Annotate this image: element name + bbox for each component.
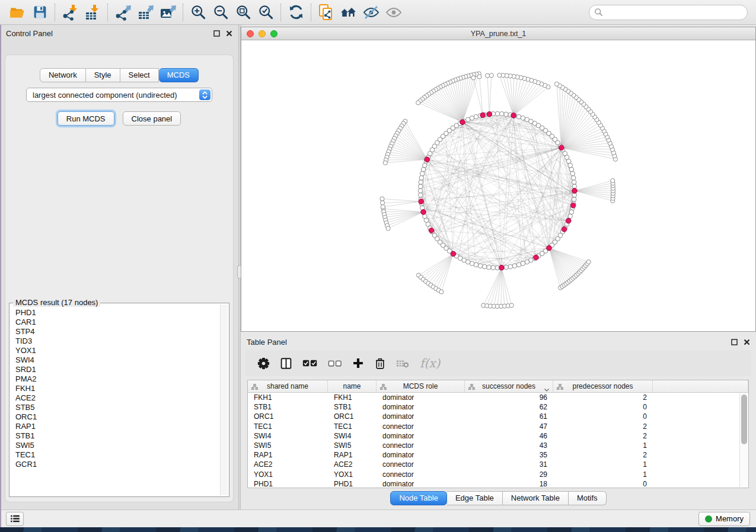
network-node[interactable]: [471, 76, 476, 80]
network-node[interactable]: [418, 188, 423, 193]
dominator-node[interactable]: [487, 111, 492, 117]
first-neighbors-button[interactable]: [337, 2, 360, 23]
network-node[interactable]: [516, 262, 521, 267]
network-window-titlebar[interactable]: YPA_prune.txt_1: [241, 27, 755, 40]
tab-style[interactable]: Style: [86, 68, 120, 82]
add-row-icon[interactable]: [352, 357, 364, 369]
network-node[interactable]: [516, 114, 521, 119]
network-node[interactable]: [386, 226, 390, 230]
network-node[interactable]: [482, 264, 487, 269]
memory-button[interactable]: Memory: [698, 512, 750, 526]
table-row[interactable]: PHD1PHD1dominator180: [248, 479, 748, 488]
column-header-name[interactable]: name: [328, 380, 377, 392]
column-header-successor-nodes[interactable]: successor nodes: [465, 380, 553, 392]
network-node[interactable]: [504, 112, 509, 117]
network-node[interactable]: [572, 180, 576, 185]
table-row[interactable]: SWI5SWI5connector431: [248, 441, 748, 450]
table-row[interactable]: STB1STB1dominator620: [248, 402, 748, 412]
list-item[interactable]: STB5: [15, 403, 215, 412]
list-item[interactable]: CAR1: [15, 318, 215, 327]
open-file-button[interactable]: [6, 2, 28, 23]
dominator-node[interactable]: [419, 199, 424, 204]
table-row[interactable]: RAP1RAP1dominator352: [248, 450, 748, 460]
tab-network[interactable]: Network: [40, 68, 86, 82]
network-node[interactable]: [474, 262, 479, 267]
select-all-checkboxes-icon[interactable]: [302, 358, 318, 368]
network-node[interactable]: [418, 193, 423, 197]
tab-motifs[interactable]: Motifs: [569, 491, 607, 505]
network-from-selection-button[interactable]: [315, 2, 337, 23]
table-row[interactable]: TEC1TEC1connector472: [248, 422, 748, 431]
list-item[interactable]: PMA2: [15, 374, 215, 384]
settings-gear-icon[interactable]: [257, 357, 270, 370]
network-node[interactable]: [569, 167, 574, 172]
network-node[interactable]: [489, 73, 493, 78]
list-item[interactable]: SWI4: [15, 355, 215, 365]
column-header-shared-name[interactable]: shared name: [248, 380, 328, 392]
table-scrollbar-thumb[interactable]: [741, 395, 747, 444]
task-history-button[interactable]: [6, 512, 24, 526]
close-panel-icon[interactable]: [226, 30, 232, 37]
mcds-result-list[interactable]: PHD1CAR1STP4TID3YOX1SWI4SRD1PMA2FKH1ACE2…: [11, 305, 219, 495]
network-node[interactable]: [586, 259, 591, 264]
deselect-all-checkboxes-icon[interactable]: [328, 359, 342, 368]
list-item[interactable]: SRD1: [15, 365, 215, 374]
sort-indicator-icon[interactable]: [544, 385, 549, 393]
run-mcds-button[interactable]: Run MCDS: [58, 111, 114, 126]
network-node[interactable]: [474, 114, 479, 119]
mcds-list-scrollbar[interactable]: [220, 305, 228, 495]
function-builder-icon[interactable]: f(x): [420, 356, 440, 370]
network-graph[interactable]: [241, 40, 755, 331]
network-node[interactable]: [383, 161, 387, 165]
tab-node-table[interactable]: Node Table: [390, 491, 447, 505]
network-node[interactable]: [487, 265, 492, 270]
network-node[interactable]: [572, 197, 576, 202]
import-table-button[interactable]: [81, 2, 104, 23]
list-item[interactable]: STB1: [15, 431, 215, 441]
network-node[interactable]: [508, 264, 513, 269]
network-node[interactable]: [439, 290, 444, 294]
network-node[interactable]: [571, 175, 576, 180]
network-node[interactable]: [477, 75, 481, 79]
delete-row-icon[interactable]: [374, 357, 386, 370]
zoom-fit-button[interactable]: [232, 2, 254, 23]
network-node[interactable]: [495, 111, 500, 116]
network-node[interactable]: [420, 171, 425, 176]
table-scrollbar[interactable]: [739, 393, 748, 487]
dominator-node[interactable]: [421, 210, 426, 215]
table-row[interactable]: ORC1ORC1dominator610: [248, 412, 748, 421]
dominator-node[interactable]: [451, 251, 456, 257]
dominator-node[interactable]: [534, 255, 539, 260]
network-node[interactable]: [380, 197, 384, 201]
dominator-node[interactable]: [559, 145, 564, 150]
close-panel-icon[interactable]: [744, 339, 750, 345]
table-row[interactable]: SWI4SWI4dominator462: [248, 431, 748, 441]
dominator-node[interactable]: [480, 113, 486, 118]
list-item[interactable]: STP4: [15, 327, 215, 336]
tab-mcds[interactable]: MCDS: [159, 68, 199, 82]
network-node[interactable]: [497, 73, 502, 77]
network-node[interactable]: [380, 201, 384, 205]
table-row[interactable]: ACE2ACE2connector311: [248, 460, 748, 469]
refresh-button[interactable]: [285, 2, 307, 23]
dominator-node[interactable]: [460, 120, 465, 125]
dominator-node[interactable]: [547, 245, 552, 251]
dominator-node[interactable]: [562, 227, 567, 232]
search-box[interactable]: [589, 5, 748, 20]
network-node[interactable]: [421, 167, 426, 172]
dominator-node[interactable]: [511, 113, 516, 118]
network-node[interactable]: [485, 73, 489, 78]
list-item[interactable]: RAP1: [15, 422, 215, 431]
column-header-MCDS-role[interactable]: MCDS role: [377, 380, 465, 392]
export-image-button[interactable]: [157, 2, 179, 23]
network-node[interactable]: [554, 82, 559, 86]
network-node[interactable]: [521, 261, 525, 266]
network-node[interactable]: [504, 265, 509, 270]
network-node[interactable]: [470, 116, 474, 120]
float-panel-icon[interactable]: [731, 339, 738, 345]
network-node[interactable]: [512, 264, 517, 268]
close-panel-button[interactable]: Close panel: [123, 111, 181, 126]
network-node[interactable]: [568, 163, 573, 168]
tab-network-table[interactable]: Network Table: [503, 491, 569, 505]
list-item[interactable]: GCR1: [15, 460, 215, 469]
